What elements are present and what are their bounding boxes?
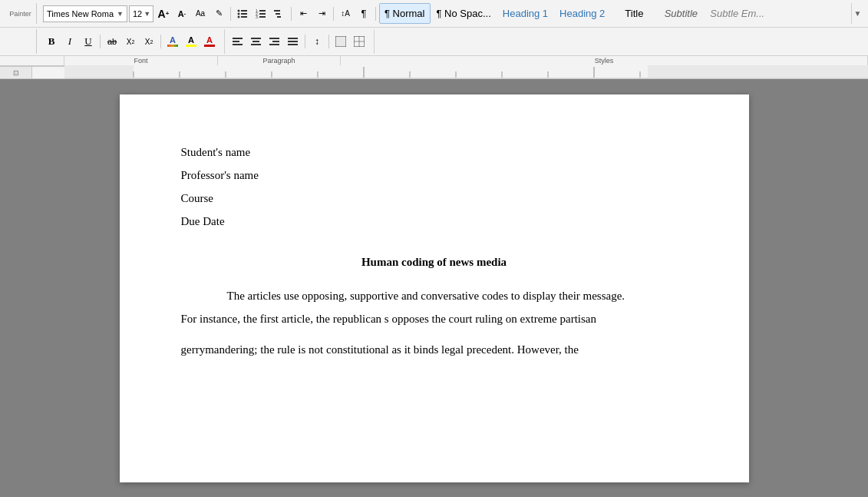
student-name-line: Student's name — [181, 141, 688, 164]
justify-icon — [288, 36, 299, 47]
align-center-icon — [251, 36, 262, 47]
paragraph-alignment-group: ↕ — [229, 29, 375, 54]
painter-label: Painter — [5, 3, 37, 24]
align-left-icon — [233, 36, 243, 47]
section-labels-row: Font Paragraph Styles — [0, 55, 868, 66]
font-section-label: Font — [64, 56, 218, 65]
strikethrough-button[interactable]: ab — [104, 33, 120, 50]
divider7 — [305, 35, 305, 48]
style-title-preview: Title — [625, 8, 643, 18]
font-name-value: Times New Roma — [47, 9, 115, 18]
superscript-button[interactable]: X2 — [140, 33, 157, 50]
svg-rect-13 — [276, 13, 280, 15]
svg-rect-5 — [241, 16, 247, 18]
divider3 — [333, 7, 334, 21]
styles-section-label: Styles — [341, 56, 868, 65]
divider4 — [375, 7, 376, 21]
style-subtitle-preview: Subtitle — [665, 8, 698, 18]
svg-rect-18 — [251, 38, 261, 39]
svg-rect-33 — [134, 65, 648, 78]
svg-rect-15 — [233, 38, 243, 39]
text-effects-button[interactable]: A — [164, 33, 181, 50]
subscript-button[interactable]: X2 — [122, 33, 139, 50]
svg-rect-12 — [274, 10, 280, 12]
style-heading2[interactable]: Heading 2 — [554, 3, 610, 24]
svg-rect-20 — [251, 44, 261, 45]
divider8 — [328, 35, 329, 48]
borders-button[interactable] — [351, 33, 368, 50]
shading-button[interactable] — [332, 33, 349, 50]
style-no-spacing[interactable]: ¶ No Spac... — [431, 3, 497, 24]
italic-button[interactable]: I — [61, 33, 78, 50]
numbered-list-button[interactable]: 1. 2. 3. — [252, 5, 269, 22]
style-heading2-preview: Heading 2 — [559, 8, 605, 18]
svg-point-0 — [238, 9, 240, 12]
show-marks-button[interactable]: ¶ — [355, 5, 372, 22]
paragraph2: For instance, the first article, the rep… — [181, 307, 688, 330]
svg-point-4 — [238, 15, 240, 18]
format-painter-button[interactable]: ✎ — [210, 5, 227, 22]
sort-button[interactable]: ↕A — [337, 5, 354, 22]
svg-rect-3 — [241, 13, 247, 15]
style-subtle-em[interactable]: Subtle Em... — [705, 3, 770, 24]
svg-rect-24 — [288, 38, 298, 39]
align-right-button[interactable] — [266, 33, 283, 50]
text-highlight-button[interactable]: A — [183, 33, 200, 50]
svg-rect-23 — [269, 44, 279, 45]
paragraph3: gerrymandering; the rule is not constitu… — [181, 338, 688, 361]
styles-scroll-button[interactable]: ▼ — [851, 3, 863, 24]
svg-rect-7 — [259, 10, 266, 12]
professor-name-line: Professor's name — [181, 164, 688, 187]
ruler-content — [64, 67, 868, 78]
svg-point-2 — [238, 12, 240, 15]
numbered-list-icon: 1. 2. 3. — [256, 8, 266, 19]
decrease-font-size-button[interactable]: A- — [173, 5, 190, 22]
styles-group: ¶ Normal ¶ No Spac... Heading 1 Heading … — [379, 3, 850, 24]
svg-text:3.: 3. — [256, 15, 259, 19]
divider6 — [160, 35, 161, 48]
svg-rect-25 — [288, 41, 298, 42]
bullets-list-button[interactable] — [234, 5, 251, 22]
svg-rect-17 — [233, 44, 243, 45]
font-size-selector[interactable]: 12 ▼ — [129, 5, 153, 22]
decrease-indent-button[interactable]: ⇤ — [295, 5, 312, 22]
svg-rect-28 — [336, 37, 345, 46]
course-line: Course — [181, 187, 688, 210]
multilevel-list-button[interactable] — [271, 5, 288, 22]
shading-icon — [335, 36, 346, 47]
painter-section — [32, 56, 64, 65]
increase-indent-button[interactable]: ⇥ — [313, 5, 330, 22]
justify-button[interactable] — [285, 33, 302, 50]
align-left-button[interactable] — [229, 33, 246, 50]
font-format-group: B I U ab X2 X2 A — [43, 29, 225, 54]
font-name-selector[interactable]: Times New Roma ▼ — [43, 5, 127, 22]
paragraph-section-label: Paragraph — [218, 56, 341, 65]
document-page: Student's name Professor's name Course D… — [120, 94, 749, 482]
clear-format-button[interactable]: Aa — [192, 5, 209, 22]
style-heading1-preview: Heading 1 — [503, 8, 548, 18]
bold-button[interactable]: B — [43, 33, 60, 50]
line-spacing-button[interactable]: ↕ — [309, 33, 325, 50]
style-title[interactable]: Title — [611, 3, 657, 24]
font-size-dropdown-icon[interactable]: ▼ — [144, 10, 150, 18]
paragraph1: The articles use opposing, supportive an… — [181, 284, 688, 307]
paper-title: Human coding of news media — [181, 256, 688, 269]
align-center-button[interactable] — [248, 33, 265, 50]
font-color-button[interactable]: A — [201, 33, 218, 50]
style-subtitle[interactable]: Subtitle — [658, 3, 704, 24]
underline-button[interactable]: U — [80, 33, 97, 50]
svg-rect-26 — [288, 44, 298, 45]
style-heading1[interactable]: Heading 1 — [497, 3, 553, 24]
style-normal[interactable]: ¶ Normal — [379, 3, 431, 24]
style-normal-preview: ¶ Normal — [384, 8, 425, 18]
svg-rect-16 — [233, 41, 239, 42]
font-size-value: 12 — [133, 9, 142, 18]
bullets-icon — [237, 8, 248, 19]
svg-rect-1 — [241, 10, 247, 12]
divider2 — [291, 7, 292, 21]
font-name-dropdown-icon[interactable]: ▼ — [117, 10, 124, 18]
document-area: Student's name Professor's name Course D… — [0, 79, 868, 497]
increase-font-size-button[interactable]: A+ — [155, 5, 172, 22]
svg-rect-21 — [269, 38, 279, 39]
painter-spacer — [5, 29, 37, 54]
